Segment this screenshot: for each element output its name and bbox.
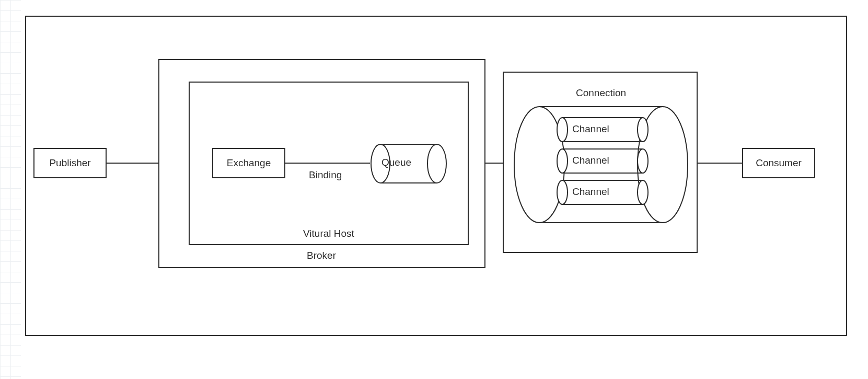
svg-point-6 [638,149,648,173]
publisher-label: Publisher [49,157,90,169]
channel-label-2: Channel [572,186,609,198]
edge-broker-connection [485,163,503,164]
channel-label-0: Channel [572,123,609,135]
svg-point-0 [427,144,446,183]
edge-connection-consumer [698,163,742,164]
svg-point-5 [557,118,568,142]
channel-label-1: Channel [572,155,609,166]
edge-exchange-queue [285,163,370,164]
virtual-host-label: Vitural Host [303,228,354,239]
svg-point-9 [557,180,568,204]
svg-point-8 [638,180,648,204]
svg-point-7 [557,149,568,173]
consumer-box: Consumer [742,148,815,178]
edge-publisher-broker [107,163,158,164]
broker-label: Broker [307,250,336,261]
binding-label: Binding [309,169,342,181]
publisher-box: Publisher [33,148,107,178]
connection-label: Connection [576,87,626,99]
exchange-box: Exchange [212,148,285,178]
queue-label: Queue [381,157,411,168]
svg-point-4 [638,118,648,142]
consumer-label: Consumer [756,157,802,169]
exchange-label: Exchange [227,157,271,169]
